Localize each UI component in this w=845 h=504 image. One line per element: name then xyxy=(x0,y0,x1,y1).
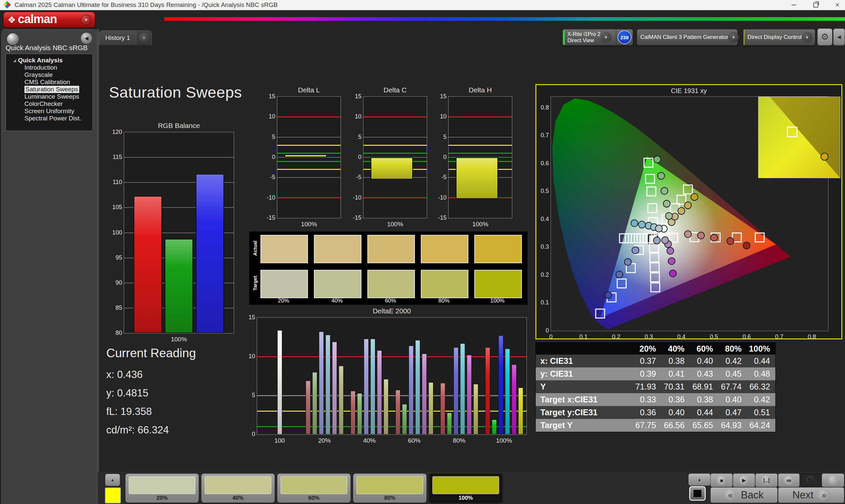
minimize-button[interactable] xyxy=(784,0,804,10)
pattern-card-swatch xyxy=(281,476,347,494)
y-axis-tick-label: 15 xyxy=(243,314,255,321)
pattern-card-80[interactable]: 80% xyxy=(353,474,426,503)
sidebar-item-screen-uniformity[interactable]: Screen Uniformity xyxy=(24,108,92,115)
y-axis-tick-label: -15 xyxy=(348,214,362,221)
cie-measured-point xyxy=(663,200,670,207)
blank-transport-button[interactable] xyxy=(822,473,844,487)
add-tab-button[interactable]: + xyxy=(136,31,152,45)
y-axis-tick-label: 115 xyxy=(107,154,122,161)
stop-button[interactable]: ■ xyxy=(710,473,733,487)
results-cell-value: 0.36 xyxy=(661,393,689,406)
transport-expand-button[interactable]: ▲ xyxy=(688,473,711,486)
delta-l-chart: Delta L151050-5-10-15100% xyxy=(277,96,341,218)
chevron-left-icon: ◀ xyxy=(837,34,841,40)
y-axis-tick-label: 15 xyxy=(433,93,446,100)
deltae-bar xyxy=(312,372,317,434)
sidebar-item-grayscale[interactable]: Grayscale xyxy=(24,71,92,78)
deltae-bar xyxy=(512,364,516,434)
reference-line xyxy=(277,161,341,162)
sidebar-item-colorchecker[interactable]: ColorChecker xyxy=(24,100,92,108)
pattern-panel-expand-button[interactable]: ▲ xyxy=(105,474,120,486)
pattern-generator-dropdown[interactable]: CalMAN Client 3 Pattern Generator ▼ xyxy=(637,29,738,46)
results-header-spacer xyxy=(536,343,633,355)
delta-c-bar xyxy=(371,157,413,179)
sidebar-item-cms-calibration[interactable]: CMS Calibration xyxy=(24,78,92,86)
pattern-window-button[interactable] xyxy=(689,486,709,503)
y-axis-tick-label: 5 xyxy=(433,133,446,141)
display-status-stripe xyxy=(744,29,744,45)
pattern-card-100[interactable]: 100% xyxy=(429,474,503,503)
blue-bar xyxy=(196,174,224,333)
app-window: Calman 2025 Calman Ultimate for Business… xyxy=(0,0,845,504)
results-cell-value: 0.47 xyxy=(718,406,746,419)
deltae-bar xyxy=(357,393,362,434)
chevron-down-icon: ▼ xyxy=(802,32,812,42)
next-button[interactable]: Next » xyxy=(778,487,844,503)
deltae-bar xyxy=(440,383,445,434)
cie-1931-panel: CIE 1931 xy 00.10.20.30.40.50.60.70.800.… xyxy=(535,84,842,339)
gridline xyxy=(277,137,341,138)
pattern-card-label: 20% xyxy=(125,495,199,501)
reference-line xyxy=(364,197,427,198)
chevron-left-icon: ◀ xyxy=(85,35,88,41)
restore-button[interactable] xyxy=(805,0,826,10)
x-axis-group-label: 40% xyxy=(347,437,392,444)
next-label: Next xyxy=(793,489,814,501)
sidebar-item-luminance-sweeps[interactable]: Luminance Sweeps xyxy=(24,93,92,100)
toolbar-collapse-button[interactable]: ◀ xyxy=(833,29,845,46)
cie-x-tick-label: 0 xyxy=(544,334,558,340)
results-column-header: 80% xyxy=(718,343,746,355)
pattern-card-swatch xyxy=(205,476,271,494)
pattern-card-20[interactable]: 20% xyxy=(125,474,199,503)
meter-reading-badge[interactable]: 238 xyxy=(618,30,631,44)
cie-y-tick-label: 0.6 xyxy=(537,160,549,167)
sidebar-item-introduction[interactable]: Introduction xyxy=(24,64,92,71)
results-table-row: x: CIE310.370.380.400.420.44 xyxy=(536,355,775,367)
x-axis-group-label: 20% xyxy=(302,437,347,444)
results-cell-value: 0.51 xyxy=(747,406,775,419)
pattern-card-40[interactable]: 40% xyxy=(201,474,275,503)
delta-h-chart: Delta H151050-5-10-15100% xyxy=(448,96,512,218)
results-cell-value: 0.40 xyxy=(661,406,689,419)
cie-measured-point xyxy=(616,271,623,278)
tab-bar: History 1 + xyxy=(99,30,152,45)
triangle-up-icon: ▲ xyxy=(110,478,115,482)
tab-history-1[interactable]: History 1 xyxy=(99,31,136,45)
results-table-row: Target Y67.7566.5665.6564.9364.24 xyxy=(536,419,775,432)
refresh-button[interactable]: ↻ xyxy=(800,473,822,487)
deltae-bar xyxy=(485,347,490,434)
sidebar-item-saturation-sweeps[interactable]: Saturation Sweeps xyxy=(24,86,79,93)
display-control-dropdown[interactable]: Direct Display Control ▼ xyxy=(743,29,815,46)
close-button[interactable]: × xyxy=(827,0,845,10)
x-axis-label: 100% xyxy=(364,221,427,228)
cie-measured-point xyxy=(666,212,672,219)
sidebar-orb-icon[interactable] xyxy=(7,33,19,45)
y-axis-tick-label: -10 xyxy=(348,194,362,201)
results-cell-value: 0.42 xyxy=(718,355,746,367)
chart-title: Delta H xyxy=(448,86,512,94)
results-row-label: Y xyxy=(536,380,633,393)
results-cell-value: 0.33 xyxy=(633,393,661,406)
range-button[interactable]: [‥] xyxy=(755,473,778,487)
play-button[interactable]: ▶ xyxy=(733,473,755,487)
sidebar-item-spectral-power-dist[interactable]: Spectral Power Dist. xyxy=(24,115,92,122)
chevrons-right-icon: » xyxy=(818,489,830,501)
reference-line xyxy=(277,116,341,118)
target-swatch-20% xyxy=(261,270,308,298)
settings-button[interactable]: ⚙ xyxy=(817,29,832,46)
loop-button[interactable]: ∞ xyxy=(778,473,800,487)
tree-root[interactable]: ◢Quick Analysis xyxy=(13,57,92,64)
chart-title: RGB Balance xyxy=(124,122,234,130)
pattern-card-60[interactable]: 60% xyxy=(277,474,351,503)
reference-line xyxy=(277,153,341,154)
calman-menu-button[interactable]: ❖ calman ▼ xyxy=(3,12,95,28)
cie-measured-point xyxy=(698,232,704,239)
cie-zoom-inset xyxy=(758,97,840,178)
meter-dropdown[interactable]: X-Rite i1Pro 2 Direct View ▼ 238 xyxy=(562,29,633,46)
y-axis-tick-label: 5 xyxy=(261,133,275,141)
back-button[interactable]: « Back xyxy=(710,487,778,503)
cie-measured-point xyxy=(711,234,718,241)
target-swatch-60% xyxy=(367,270,415,298)
sidebar-collapse-button[interactable]: ◀ xyxy=(81,33,92,44)
chart-title: Delta C xyxy=(364,86,427,94)
